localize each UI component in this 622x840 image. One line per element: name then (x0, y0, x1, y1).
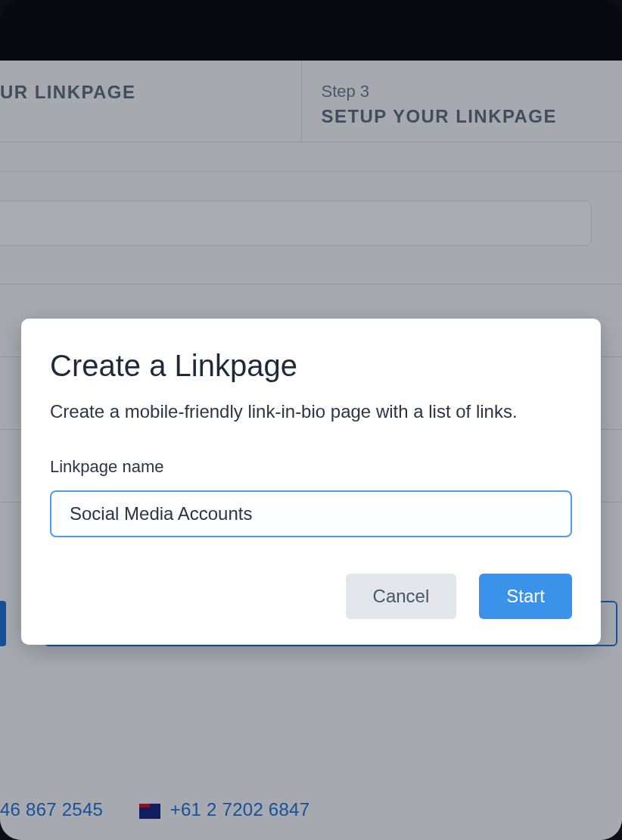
top-bar (0, 0, 622, 61)
cancel-button[interactable]: Cancel (346, 574, 457, 619)
app-window: UR LINKPAGE Step 3 SETUP YOUR LINKPAGE +… (0, 0, 622, 840)
content-area: UR LINKPAGE Step 3 SETUP YOUR LINKPAGE +… (0, 61, 622, 840)
modal-title: Create a Linkpage (50, 349, 572, 383)
modal-actions: Cancel Start (50, 574, 572, 619)
start-button[interactable]: Start (479, 574, 572, 619)
linkpage-name-label: Linkpage name (50, 457, 572, 477)
create-linkpage-modal: Create a Linkpage Create a mobile-friend… (21, 319, 601, 645)
linkpage-name-input[interactable] (50, 490, 572, 537)
modal-description: Create a mobile-friendly link-in-bio pag… (50, 401, 572, 422)
